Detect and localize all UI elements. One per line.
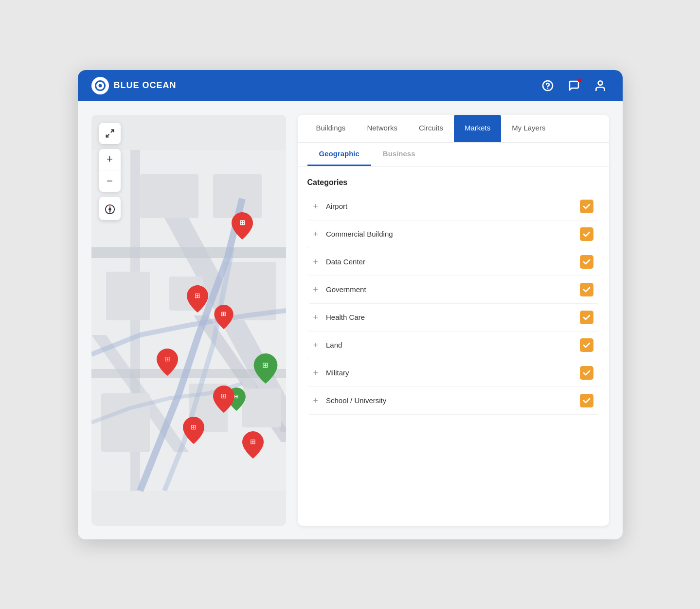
- map-controls: + −: [99, 123, 121, 220]
- zoom-group: + −: [99, 149, 121, 192]
- header-logo: BLUE OCEAN: [91, 77, 177, 94]
- category-healthcare-label: Health Care: [326, 313, 579, 321]
- compass-group: [99, 197, 121, 220]
- category-military[interactable]: + Military: [307, 359, 599, 387]
- category-airport-label: Airport: [326, 202, 579, 210]
- sub-tab-geographic[interactable]: Geographic: [307, 143, 371, 166]
- category-datacenter-label: Data Center: [326, 258, 579, 266]
- zoom-out-button[interactable]: −: [99, 170, 121, 192]
- svg-rect-16: [101, 393, 150, 452]
- checkbox-airport[interactable]: [580, 200, 593, 213]
- main-tabs: Buildings Networks Circuits Markets My L…: [298, 115, 609, 143]
- app-header: BLUE OCEAN: [78, 70, 623, 101]
- sub-tab-business[interactable]: Business: [371, 143, 427, 166]
- checkbox-school[interactable]: [580, 394, 593, 407]
- category-health-care[interactable]: + Health Care: [307, 304, 599, 332]
- expand-commercial-icon: +: [313, 230, 319, 239]
- zoom-in-button[interactable]: +: [99, 149, 121, 170]
- map-panel: + −: [91, 115, 286, 526]
- checkbox-datacenter[interactable]: [580, 255, 593, 269]
- map-background: [91, 115, 286, 526]
- checkbox-land[interactable]: [580, 338, 593, 352]
- expand-datacenter-icon: +: [313, 258, 319, 266]
- svg-point-2: [598, 81, 602, 85]
- expand-airport-icon: +: [313, 202, 319, 211]
- zoom-in-icon: +: [107, 153, 113, 166]
- tab-my-layers[interactable]: My Layers: [501, 115, 556, 142]
- logo-inner-icon: [95, 80, 106, 91]
- svg-marker-23: [109, 204, 111, 208]
- tab-networks[interactable]: Networks: [356, 115, 408, 142]
- notification-badge: [577, 78, 582, 82]
- category-land-label: Land: [326, 341, 579, 349]
- logo-icon: [91, 77, 109, 94]
- fullscreen-group: [99, 123, 121, 144]
- category-military-label: Military: [326, 369, 579, 377]
- category-school-label: School / University: [326, 396, 579, 405]
- header-actions: [539, 77, 609, 94]
- category-government-label: Government: [326, 285, 579, 294]
- compass-button[interactable]: [99, 199, 121, 220]
- svg-rect-11: [140, 174, 198, 218]
- checkbox-military[interactable]: [580, 366, 593, 380]
- svg-rect-13: [106, 272, 150, 320]
- app-name: BLUE OCEAN: [114, 80, 177, 91]
- expand-government-icon: +: [313, 285, 319, 294]
- category-commercial-label: Commercial Building: [326, 230, 579, 238]
- checkbox-healthcare[interactable]: [580, 311, 593, 324]
- tab-circuits[interactable]: Circuits: [408, 115, 454, 142]
- app-window: BLUE OCEAN: [78, 70, 623, 539]
- categories-title: Categories: [307, 178, 599, 187]
- app-body: + −: [78, 101, 623, 539]
- tab-markets[interactable]: Markets: [454, 115, 501, 142]
- category-commercial-building[interactable]: + Commercial Building: [307, 221, 599, 248]
- zoom-out-icon: −: [107, 175, 113, 187]
- category-data-center[interactable]: + Data Center: [307, 248, 599, 276]
- expand-school-icon: +: [313, 396, 319, 405]
- expand-healthcare-icon: +: [313, 313, 319, 322]
- category-government[interactable]: + Government: [307, 276, 599, 304]
- category-land[interactable]: + Land: [307, 332, 599, 359]
- category-school-university[interactable]: + School / University: [307, 387, 599, 415]
- fullscreen-button[interactable]: [99, 123, 121, 144]
- svg-marker-24: [109, 210, 111, 213]
- checkbox-government[interactable]: [580, 283, 593, 296]
- help-button[interactable]: [539, 77, 556, 94]
- right-panel: Buildings Networks Circuits Markets My L…: [298, 115, 609, 526]
- category-airport[interactable]: + Airport: [307, 193, 599, 221]
- expand-military-icon: +: [313, 369, 319, 377]
- svg-point-22: [108, 208, 111, 211]
- svg-rect-18: [242, 388, 281, 427]
- expand-land-icon: +: [313, 341, 319, 350]
- sub-tabs: Geographic Business: [298, 143, 609, 166]
- chat-button[interactable]: [565, 77, 583, 94]
- svg-rect-14: [169, 277, 203, 311]
- categories-section: Categories + Airport + Commercial Buildi…: [298, 166, 609, 526]
- tab-buildings[interactable]: Buildings: [305, 115, 357, 142]
- checkbox-commercial[interactable]: [580, 227, 593, 241]
- user-button[interactable]: [592, 77, 609, 94]
